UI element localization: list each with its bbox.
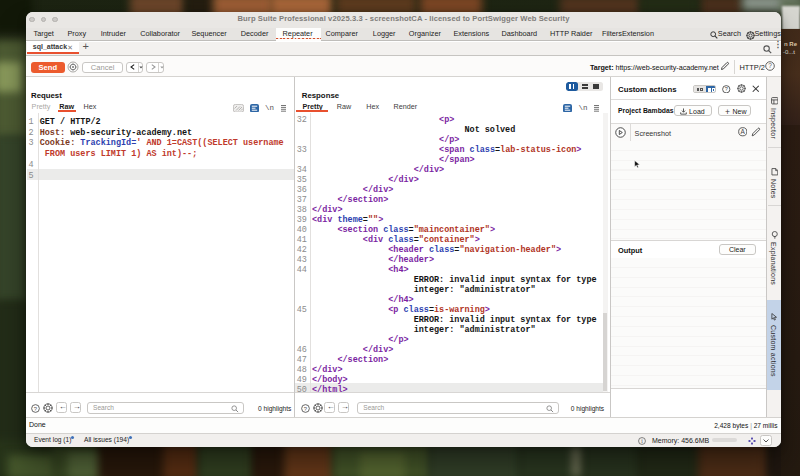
svg-text:?: ? [768,62,772,69]
svg-text:i: i [641,438,643,444]
svg-text:A: A [740,128,745,135]
svg-text:?: ? [725,86,728,92]
svg-text:?: ? [304,405,308,411]
svg-text:?: ? [34,405,38,411]
